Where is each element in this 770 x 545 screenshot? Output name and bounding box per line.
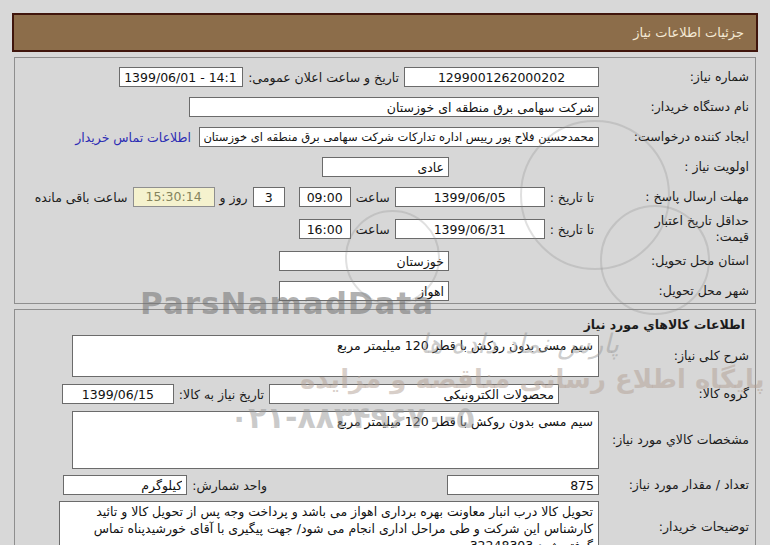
- need-info-panel: شماره نیاز: تاریخ و ساعت اعلان عمومی: نا…: [14, 57, 756, 304]
- delivery-city-input[interactable]: [279, 281, 449, 301]
- goods-info-panel: اطلاعات کالاهاي مورد نیاز شرح کلی نیاز: …: [14, 309, 756, 545]
- general-description-textarea[interactable]: سیم مسی بدون روکش با قطر 120 میلیمتر مرب…: [72, 335, 599, 377]
- count-unit-label: واحد شمارش:: [192, 478, 267, 493]
- quantity-row: تعداد / مقدار مورد نیاز: واحد شمارش:: [21, 471, 749, 499]
- buyer-name-input[interactable]: [189, 97, 599, 117]
- request-creator-input[interactable]: [199, 127, 599, 147]
- reply-deadline-row: مهلت ارسال پاسخ : تا تاریخ : ساعت روز و …: [21, 182, 749, 212]
- price-validity-time-input[interactable]: [299, 219, 351, 239]
- priority-label: اولویت نیاز :: [599, 159, 749, 175]
- product-specs-row: مشخصات کالاي مورد نیاز: سیم مسی بدون روک…: [21, 409, 749, 471]
- buyer-notes-row: توضیحات خریدار: تحویل کالا درب انبار معا…: [21, 499, 749, 545]
- priority-row: اولویت نیاز :: [21, 152, 749, 182]
- reply-deadline-label: مهلت ارسال پاسخ :: [599, 189, 749, 205]
- buyer-name-row: نام دستگاه خریدار:: [21, 92, 749, 122]
- until-date-label: تا تاریخ :: [550, 190, 594, 205]
- delivery-city-row: شهر محل تحویل:: [21, 276, 749, 306]
- need-date-input[interactable]: [62, 384, 174, 404]
- delivery-province-row: استان محل تحویل:: [21, 246, 749, 276]
- page-title: جزئیات اطلاعات نیاز: [633, 25, 744, 40]
- request-creator-label: ایجاد کننده درخواست:: [599, 129, 749, 145]
- hours-remaining-label: ساعت باقی مانده: [35, 190, 128, 205]
- goods-section-title: اطلاعات کالاهاي مورد نیاز: [21, 312, 749, 333]
- hour-label: ساعت: [356, 190, 390, 205]
- announce-datetime-input[interactable]: [119, 67, 243, 87]
- buyer-notes-textarea[interactable]: تحویل کالا درب انبار معاونت بهره برداری …: [59, 501, 599, 545]
- buyer-contact-link[interactable]: اطلاعات تماس خریدار: [75, 130, 191, 145]
- product-group-label: گروه کالا:: [599, 386, 749, 402]
- reply-deadline-date-input[interactable]: [395, 187, 545, 207]
- general-description-row: شرح کلی نیاز: سیم مسی بدون روکش با قطر 1…: [21, 333, 749, 379]
- count-unit-input[interactable]: [63, 475, 187, 495]
- product-specs-label: مشخصات کالاي مورد نیاز:: [599, 432, 749, 448]
- product-group-input[interactable]: [269, 384, 559, 404]
- price-validity-label: حداقل تاریخ اعتبار قیمت:: [599, 213, 749, 244]
- delivery-province-label: استان محل تحویل:: [599, 253, 749, 269]
- reply-deadline-time-input[interactable]: [299, 187, 351, 207]
- hour-label: ساعت: [356, 222, 390, 237]
- delivery-province-input[interactable]: [279, 251, 449, 271]
- until-date-label: تا تاریخ :: [550, 222, 594, 237]
- product-group-row: گروه کالا: تاریخ نیاز به کالا:: [21, 379, 749, 409]
- general-description-label: شرح کلی نیاز:: [599, 348, 749, 364]
- need-number-row: شماره نیاز: تاریخ و ساعت اعلان عمومی:: [21, 62, 749, 92]
- quantity-input[interactable]: [447, 475, 599, 495]
- need-number-input[interactable]: [404, 67, 599, 87]
- buyer-notes-label: توضیحات خریدار:: [599, 501, 749, 535]
- days-and-label: روز و: [220, 190, 248, 205]
- remaining-days-input[interactable]: [253, 187, 285, 207]
- price-validity-row: حداقل تاریخ اعتبار قیمت: تا تاریخ : ساعت: [21, 212, 749, 246]
- price-validity-date-input[interactable]: [395, 219, 545, 239]
- need-date-label: تاریخ نیاز به کالا:: [179, 387, 264, 402]
- announce-datetime-label: تاریخ و ساعت اعلان عمومی:: [248, 70, 399, 85]
- buyer-name-label: نام دستگاه خریدار:: [599, 99, 749, 115]
- priority-input[interactable]: [322, 157, 449, 177]
- page: { "header": { "title": "جزئیات اطلاعات ن…: [0, 0, 770, 545]
- product-specs-textarea[interactable]: سیم مسی بدون روکش با قطر 120 میلیمتر مرب…: [72, 411, 599, 469]
- quantity-label: تعداد / مقدار مورد نیاز:: [599, 477, 749, 493]
- need-number-label: شماره نیاز:: [599, 69, 749, 85]
- request-creator-row: ایجاد کننده درخواست: اطلاعات تماس خریدار: [21, 122, 749, 152]
- countdown-timer: 15:30:14: [133, 187, 215, 207]
- page-title-bar: جزئیات اطلاعات نیاز: [12, 13, 758, 52]
- delivery-city-label: شهر محل تحویل:: [599, 283, 749, 299]
